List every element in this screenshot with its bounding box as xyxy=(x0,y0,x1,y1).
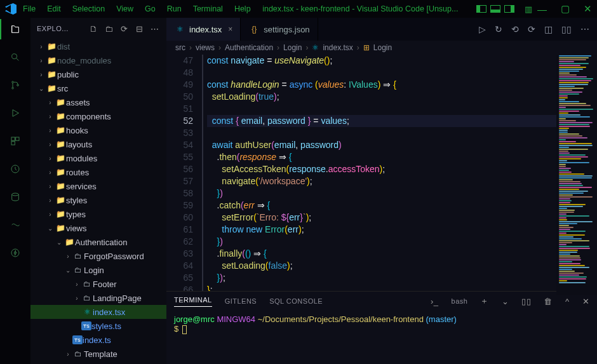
tree-item-hooks[interactable]: ›📁hooks xyxy=(30,123,166,137)
breadcrumb-login[interactable]: Login xyxy=(283,43,302,52)
more-icon[interactable]: ⋯ xyxy=(150,24,160,34)
tree-item-label: services xyxy=(66,182,97,191)
panel-tab-terminal[interactable]: TERMINAL xyxy=(174,296,212,307)
terminal-dropdown-icon[interactable]: ⌄ xyxy=(502,297,509,306)
menu-view[interactable]: View xyxy=(116,4,133,13)
terminal-shell-label: bash xyxy=(452,297,468,305)
minimap[interactable] xyxy=(556,55,597,295)
debug-restart-icon[interactable]: ↻ xyxy=(495,24,502,34)
tree-item-assets[interactable]: ›📁assets xyxy=(30,95,166,109)
tree-item-modules[interactable]: ›📁modules xyxy=(30,151,166,165)
menu-file[interactable]: File xyxy=(23,4,36,13)
panel-tab-gitlens[interactable]: GITLENS xyxy=(225,297,257,305)
tree-item-label: index.tsx xyxy=(93,307,125,317)
maximize-icon[interactable]: ▢ xyxy=(561,3,570,15)
tree-item-index-tsx[interactable]: ⚛index.tsx xyxy=(30,305,166,319)
go-back-icon[interactable]: ⟲ xyxy=(511,24,519,34)
tree-item-label: views xyxy=(66,224,87,233)
menu-go[interactable]: Go xyxy=(145,4,156,13)
tree-item-components[interactable]: ›📁components xyxy=(30,109,166,123)
tree-item-template[interactable]: ›🗀Template xyxy=(30,347,166,361)
maximize-panel-icon[interactable]: ^ xyxy=(565,297,570,306)
menu-edit[interactable]: Edit xyxy=(47,4,61,13)
chevron-icon: › xyxy=(46,211,55,218)
menu-run[interactable]: Run xyxy=(167,4,182,13)
minimize-icon[interactable]: — xyxy=(537,3,547,15)
tree-item-index-ts[interactable]: ᴛsindex.ts xyxy=(30,333,166,347)
database-icon[interactable] xyxy=(8,189,23,205)
new-folder-icon[interactable]: 🗀 xyxy=(104,24,114,34)
breadcrumb-views[interactable]: views xyxy=(196,43,215,52)
diff-icon[interactable]: ◫ xyxy=(544,24,553,34)
split-icon[interactable]: ▯▯ xyxy=(561,24,572,34)
source-control-icon[interactable] xyxy=(8,78,23,93)
chevron-icon: › xyxy=(46,127,55,134)
more-actions-icon[interactable]: ⋯ xyxy=(580,24,589,34)
editor-tab-index-tsx[interactable]: ⚛index.tsx× xyxy=(166,18,241,41)
customize-layout-icon[interactable]: ▥ xyxy=(525,4,532,14)
tree-item-node_modules[interactable]: ›📁node_modules xyxy=(30,53,166,67)
file-icon: 📁 xyxy=(55,154,66,163)
toggle-panel-icon[interactable] xyxy=(490,5,500,13)
file-icon: 📁 xyxy=(46,42,57,51)
shell-sys: MINGW64 xyxy=(217,314,255,324)
tree-item-public[interactable]: ›📁public xyxy=(30,67,166,81)
toggle-sidebar-icon[interactable] xyxy=(476,5,486,13)
tree-item-routes[interactable]: ›📁routes xyxy=(30,165,166,179)
tree-item-views[interactable]: ⌄📁views xyxy=(30,221,166,235)
code-editor[interactable]: 4748495051525354555657585960616263646566… xyxy=(166,55,597,291)
new-file-icon[interactable]: 🗋 xyxy=(89,24,99,34)
breadcrumb-index.tsx[interactable]: index.tsx xyxy=(323,43,352,52)
tree-item-src[interactable]: ⌄📁src xyxy=(30,81,166,95)
breadcrumbs[interactable]: src›views›Authentication›Login›⚛ index.t… xyxy=(166,41,597,55)
split-terminal-icon[interactable]: ▯▯ xyxy=(521,297,531,306)
tree-item-styles-ts[interactable]: ᴛsstyles.ts xyxy=(30,319,166,333)
breadcrumb-login[interactable]: Login xyxy=(373,43,392,52)
svg-point-1 xyxy=(12,81,14,83)
file-tree[interactable]: ›📁dist›📁node_modules›📁public⌄📁src›📁asset… xyxy=(30,39,166,364)
menu-help[interactable]: Help xyxy=(234,4,251,13)
tree-item-forgotpassword[interactable]: ›🗀ForgotPassword xyxy=(30,249,166,263)
close-icon[interactable]: ✕ xyxy=(584,3,592,15)
tree-item-services[interactable]: ›📁services xyxy=(30,179,166,193)
timeline-icon[interactable] xyxy=(8,161,23,177)
tree-item-layouts[interactable]: ›📁layouts xyxy=(30,137,166,151)
extensions-icon[interactable] xyxy=(8,133,23,149)
tree-item-label: index.ts xyxy=(83,335,111,345)
tree-item-footer[interactable]: ›🗀Footer xyxy=(30,277,166,291)
chevron-icon: › xyxy=(37,57,46,64)
tree-item-landingpage[interactable]: ›🗀LandingPage xyxy=(30,291,166,305)
tab-label: settings.json xyxy=(264,25,309,34)
tree-item-authentication[interactable]: ⌄📁Authentication xyxy=(30,235,166,249)
panel-tab-sqlconsole[interactable]: SQL CONSOLE xyxy=(269,297,323,305)
terminal-profile-icon[interactable]: ›_ xyxy=(431,297,439,306)
breadcrumb-src[interactable]: src xyxy=(175,43,185,52)
toggle-secondary-icon[interactable] xyxy=(504,5,514,13)
kill-terminal-icon[interactable]: 🗑 xyxy=(544,297,553,306)
file-icon: 🗀 xyxy=(81,280,93,288)
tree-item-types[interactable]: ›📁types xyxy=(30,207,166,221)
menu-terminal[interactable]: Terminal xyxy=(193,4,223,13)
tree-item-dist[interactable]: ›📁dist xyxy=(30,39,166,53)
menu-selection[interactable]: Selection xyxy=(72,4,105,13)
go-forward-icon[interactable]: ⟳ xyxy=(528,24,535,34)
file-icon: 📁 xyxy=(55,168,66,177)
run-debug-icon[interactable] xyxy=(8,105,23,121)
thunder-icon[interactable] xyxy=(8,245,23,260)
tree-item-styles[interactable]: ›📁styles xyxy=(30,193,166,207)
terminal-output[interactable]: jorge@mrc MINGW64 ~/Documents/Projects/P… xyxy=(166,311,597,338)
file-icon: 📁 xyxy=(46,70,57,79)
run-icon[interactable]: ▷ xyxy=(479,24,486,34)
share-icon[interactable] xyxy=(8,217,23,233)
editor-tab-settings-json[interactable]: {}settings.json xyxy=(241,18,318,41)
collapse-icon[interactable]: ⊟ xyxy=(135,24,145,34)
breadcrumb-authentication[interactable]: Authentication xyxy=(225,43,273,52)
code-lines[interactable]: const navigate = useNavigate();const han… xyxy=(203,55,597,291)
tree-item-login[interactable]: ⌄🗀Login xyxy=(30,263,166,277)
search-icon[interactable] xyxy=(8,50,23,65)
new-terminal-icon[interactable]: ＋ xyxy=(480,295,489,307)
refresh-icon[interactable]: ⟳ xyxy=(119,24,130,34)
close-panel-icon[interactable]: ✕ xyxy=(582,297,590,306)
explorer-icon[interactable] xyxy=(8,22,23,37)
tab-close-icon[interactable]: × xyxy=(228,25,232,34)
